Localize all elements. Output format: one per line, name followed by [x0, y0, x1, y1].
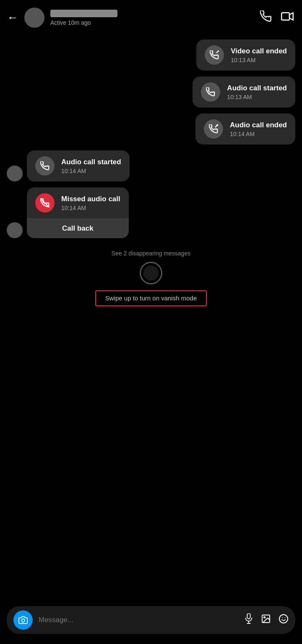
- call-back-button[interactable]: Call back: [27, 218, 129, 238]
- vanish-mode-inner: [143, 265, 159, 281]
- missed-call-row: Missed audio call 10:14 AM Call back: [7, 187, 295, 238]
- audio-call-started-2-text: Audio call started 10:14 AM: [61, 158, 121, 174]
- vanish-mode-label-box: Swipe up to turn on vanish mode: [95, 290, 207, 306]
- audio-call-started-1-text: Audio call started 10:13 AM: [227, 84, 287, 100]
- header-info: Active 10m ago: [50, 10, 254, 26]
- video-call-ended-text: Video call ended 10:13 AM: [231, 47, 287, 63]
- sender-avatar: [7, 166, 23, 181]
- missed-call-info: Missed audio call 10:14 AM: [27, 187, 129, 218]
- video-call-icon[interactable]: [281, 11, 294, 24]
- audio-call-ended-icon: [204, 119, 223, 139]
- header: ← Active 10m ago: [0, 0, 302, 35]
- vanish-mode-area: Swipe up to turn on vanish mode: [0, 262, 302, 306]
- message-bubble-video-call-ended: Video call ended 10:13 AM: [196, 39, 295, 71]
- sticker-icon[interactable]: [279, 614, 289, 626]
- vanish-mode-circle: [140, 262, 162, 284]
- audio-call-ended-text: Audio call ended 10:14 AM: [230, 121, 287, 137]
- audio-call-started-2-icon: [35, 156, 55, 176]
- missed-call-text: Missed audio call 10:14 AM: [61, 195, 120, 211]
- svg-point-5: [21, 619, 24, 622]
- message-input[interactable]: [39, 616, 238, 624]
- svg-rect-0: [281, 13, 289, 20]
- messages-area: Video call ended 10:13 AM Audio call sta…: [0, 35, 302, 242]
- message-bubble-audio-call-started-1: Audio call started 10:13 AM: [193, 76, 295, 108]
- svg-point-11: [279, 615, 288, 623]
- svg-rect-6: [247, 613, 250, 619]
- phone-call-icon[interactable]: [260, 11, 272, 25]
- sender-avatar-missed: [7, 222, 23, 238]
- svg-marker-1: [289, 13, 293, 20]
- message-bubble-audio-call-started-2: Audio call started 10:14 AM: [27, 150, 130, 181]
- message-bubble-audio-call-ended: Audio call ended 10:14 AM: [195, 113, 295, 145]
- video-call-ended-icon: [205, 45, 224, 65]
- contact-name-bar: [50, 10, 117, 17]
- header-action-icons: [260, 11, 294, 25]
- missed-call-icon: [35, 193, 55, 213]
- input-action-icons: [244, 613, 289, 627]
- active-status: Active 10m ago: [50, 19, 254, 26]
- audio-call-started-1-icon: [201, 82, 220, 102]
- back-button[interactable]: ←: [7, 11, 18, 24]
- photo-icon[interactable]: [261, 614, 271, 626]
- disappearing-messages-label[interactable]: See 2 disappearing messages: [112, 250, 190, 257]
- bottom-bar: [0, 600, 302, 644]
- avatar[interactable]: [24, 8, 44, 28]
- missed-call-bubble: Missed audio call 10:14 AM Call back: [27, 187, 129, 238]
- received-audio-call-started: Audio call started 10:14 AM: [7, 150, 295, 181]
- disappearing-messages-row[interactable]: See 2 disappearing messages: [0, 250, 302, 257]
- camera-button[interactable]: [13, 610, 33, 630]
- vanish-mode-label: Swipe up to turn on vanish mode: [105, 294, 197, 302]
- svg-point-10: [264, 617, 265, 618]
- microphone-icon[interactable]: [244, 613, 253, 627]
- message-input-row: [7, 606, 295, 634]
